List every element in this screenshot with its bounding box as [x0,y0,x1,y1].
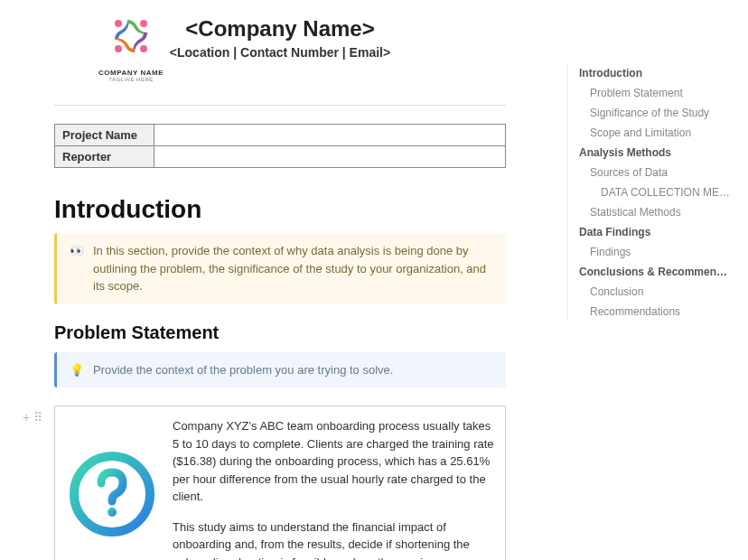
question-mark-icon [62,414,162,560]
table-row: Project Name [55,125,506,146]
toc-item[interactable]: DATA COLLECTION METHOD [568,182,739,202]
toc-item[interactable]: Significance of the Study [568,103,739,123]
toc-item[interactable]: Recommendations [568,302,739,322]
toc-item[interactable]: Scope and Limitation [568,123,739,143]
toc-item[interactable]: Problem Statement [568,83,739,103]
logo-icon [104,9,158,63]
reporter-label: Reporter [55,146,154,168]
problem-callout-text: Provide the context of the problem you a… [93,361,393,379]
toc-item[interactable]: Introduction [568,63,739,83]
svg-point-2 [140,45,147,52]
project-meta-table: Project Name Reporter [54,124,506,168]
problem-paragraph-1: Company XYZ's ABC team onboarding proces… [173,417,494,506]
drag-handle-icon[interactable]: ⠿ [33,410,42,425]
problem-callout[interactable]: 💡 Provide the context of the problem you… [54,352,506,388]
header-divider [54,105,506,106]
toc-item[interactable]: Data Findings [568,222,739,242]
introduction-callout[interactable]: 👀 In this section, provide the context o… [54,233,506,304]
project-name-value[interactable] [154,125,506,146]
introduction-callout-text: In this section, provide the context of … [93,242,493,295]
logo-tagline-text: TAGLINE HERE [90,77,172,82]
reporter-value[interactable] [154,146,506,168]
problem-content-block[interactable]: + ⠿ Company XYZ's ABC team onboarding pr… [54,406,506,560]
toc-item[interactable]: Findings [568,242,739,262]
toc-item[interactable]: Conclusions & Recommendations [568,262,739,282]
document-main: COMPANY NAME TAGLINE HERE <Company Name>… [0,0,560,560]
document-header: COMPANY NAME TAGLINE HERE <Company Name>… [0,9,560,78]
svg-point-0 [115,20,122,27]
project-name-label: Project Name [55,125,154,146]
toc-item[interactable]: Statistical Methods [568,202,739,222]
table-of-contents: IntroductionProblem StatementSignificanc… [567,63,739,322]
lightbulb-icon: 💡 [70,361,84,379]
company-logo: COMPANY NAME TAGLINE HERE [90,9,172,82]
table-row: Reporter [55,146,506,168]
problem-statement-heading: Problem Statement [54,322,506,343]
block-gutter-controls: + ⠿ [23,410,42,425]
add-block-button[interactable]: + [23,410,30,425]
introduction-heading: Introduction [54,195,506,224]
problem-paragraph-2: This study aims to understand the financ… [173,518,494,561]
svg-point-5 [108,508,117,517]
toc-item[interactable]: Sources of Data [568,163,739,182]
svg-point-1 [140,20,147,27]
logo-company-text: COMPANY NAME [90,69,172,77]
problem-body-text[interactable]: Company XYZ's ABC team onboarding proces… [173,414,498,560]
toc-item[interactable]: Analysis Methods [568,143,739,163]
svg-point-3 [115,45,122,52]
eyes-icon: 👀 [70,242,84,295]
toc-item[interactable]: Conclusion [568,282,739,302]
